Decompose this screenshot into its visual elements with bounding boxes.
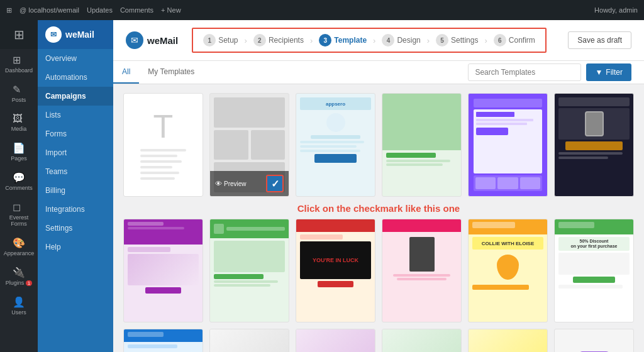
filter-button[interactable]: ▼ Filter xyxy=(586,63,631,81)
wp-nav-comments[interactable]: 💬 Comments xyxy=(0,167,38,196)
sidebar-item-billing[interactable]: Billing xyxy=(38,181,113,200)
template-card-purple-product[interactable] xyxy=(123,219,203,322)
tab-all[interactable]: All xyxy=(113,61,139,84)
appsero-avatar xyxy=(326,113,345,132)
ts-l2 xyxy=(397,278,447,280)
step-3[interactable]: 3 Template xyxy=(319,34,367,47)
save-draft-button[interactable]: Save as draft xyxy=(568,31,631,49)
food-title xyxy=(386,153,436,158)
template-card-r3-4[interactable] xyxy=(382,329,462,352)
pages-icon: 📄 xyxy=(13,142,25,154)
template-card-r3-2[interactable] xyxy=(209,329,289,352)
user-name[interactable]: Howdy, admin xyxy=(594,6,638,14)
rudys-p2 xyxy=(497,177,518,189)
purple-body xyxy=(124,245,203,296)
template-card-fifty[interactable]: 50% Discounton your first purchase xyxy=(554,219,634,322)
template-card-green-update[interactable] xyxy=(209,219,289,322)
grid-block-ml xyxy=(214,130,248,160)
template-card-shop[interactable] xyxy=(554,93,634,197)
sidebar-item-integrations[interactable]: Integrations xyxy=(38,200,113,219)
rl-text: YOU'RE IN LUCK xyxy=(313,257,358,263)
step-6[interactable]: 6 Confirm xyxy=(494,34,535,47)
template-card-tshirt[interactable] xyxy=(382,219,462,322)
gb-l2 xyxy=(214,284,270,287)
template-card-woo[interactable] xyxy=(554,329,634,352)
step-div-3: › xyxy=(373,36,375,45)
sidebar-item-import[interactable]: Import xyxy=(38,143,113,162)
step-2[interactable]: 2 Recipients xyxy=(253,34,304,47)
new-item[interactable]: + New xyxy=(161,6,181,14)
r3-5-bg xyxy=(469,329,547,352)
fd-body: 50% Discounton your first purchase xyxy=(555,234,633,291)
checkmark-icon: ✓ xyxy=(271,178,279,190)
select-checkmark-button[interactable]: ✓ xyxy=(266,175,284,192)
watch-img xyxy=(585,111,604,136)
blank-content: T xyxy=(124,94,203,196)
sidebar-item-lists[interactable]: Lists xyxy=(38,106,113,124)
ts-l1 xyxy=(393,274,450,277)
wp-logo[interactable]: ⊞ xyxy=(6,6,12,14)
search-input[interactable] xyxy=(468,63,581,81)
fd-l1 xyxy=(558,285,623,289)
wp-nav-media[interactable]: 🖼 Media xyxy=(0,108,38,137)
gh-logo xyxy=(214,224,224,234)
sidebar-item-overview[interactable]: Overview xyxy=(38,49,113,68)
wp-nav-appearance[interactable]: 🎨 Appearance xyxy=(0,232,38,261)
template-card-newsletter[interactable]: Newsletter xyxy=(123,329,203,352)
step-div-4: › xyxy=(427,36,430,45)
tab-my-templates[interactable]: My Templates xyxy=(139,61,203,84)
sidebar-item-teams[interactable]: Teams xyxy=(38,162,113,181)
wp-nav-users[interactable]: 👤 Users xyxy=(0,291,38,321)
fd-img xyxy=(558,253,630,275)
users-icon: 👤 xyxy=(13,296,25,308)
wemail-logo: ✉ xyxy=(45,26,62,43)
step-2-label: Recipients xyxy=(269,36,304,45)
wp-nav-plugins[interactable]: 🔌 Plugins 1 xyxy=(0,261,38,291)
top-bar: ⊞ @ localhost/wemail Updates Comments + … xyxy=(0,0,644,20)
updates[interactable]: Updates xyxy=(87,6,113,14)
nl-title xyxy=(128,344,177,348)
step-div-1: › xyxy=(245,36,247,45)
template-card-r3-3[interactable] xyxy=(296,329,375,352)
eye-icon: 👁 xyxy=(215,180,222,187)
rl-body: YOU'RE IN LUCK xyxy=(296,232,375,290)
green-body xyxy=(210,238,289,289)
preview-button[interactable]: 👁 Preview xyxy=(215,180,247,187)
appsero-content: appsero xyxy=(296,94,375,196)
wp-nav-dashboard[interactable]: ⊞ Dashboard xyxy=(0,49,38,79)
sidebar-item-campaigns[interactable]: Campaigns xyxy=(38,87,113,106)
wp-nav-pages[interactable]: 📄 Pages xyxy=(0,137,38,167)
sidebar-item-automations[interactable]: Automations xyxy=(38,68,113,87)
step-4[interactable]: 4 Design xyxy=(382,34,420,47)
sidebar-item-forms[interactable]: Forms xyxy=(38,124,113,143)
sidebar-item-help[interactable]: Help xyxy=(38,238,113,256)
template-card-grid[interactable]: 👁 Preview ✓ xyxy=(209,93,289,197)
template-card-r3-5[interactable] xyxy=(468,329,548,352)
wp-nav-posts[interactable]: ✎ Posts xyxy=(0,79,38,108)
media-icon: 🖼 xyxy=(13,113,25,124)
template-card-collie[interactable]: COLLIE WITH ELOISE xyxy=(468,219,548,322)
ts-img xyxy=(409,237,435,272)
wp-nav-everest[interactable]: ◻ Everest Forms xyxy=(0,196,38,232)
step-1-label: Setup xyxy=(218,36,238,45)
wemail-brand[interactable]: ✉ weMail xyxy=(38,20,113,49)
template-card-appsero[interactable]: appsero xyxy=(296,93,375,197)
template-card-rudys[interactable] xyxy=(468,93,548,197)
site-name[interactable]: @ localhost/wemail xyxy=(19,6,79,14)
step-1[interactable]: 1 Setup xyxy=(203,34,238,47)
template-card-blank[interactable]: T xyxy=(123,93,203,197)
gb-l1 xyxy=(214,280,278,283)
template-card-food[interactable] xyxy=(382,93,462,197)
rudys-p1 xyxy=(475,177,496,189)
blank-line-2 xyxy=(140,155,177,157)
rudys-l1 xyxy=(476,119,533,121)
fd-btn xyxy=(573,277,616,283)
posts-label: Posts xyxy=(12,97,26,103)
gh-text xyxy=(226,227,285,231)
template-card-red-luck[interactable]: YOU'RE IN LUCK xyxy=(296,219,375,322)
step-5[interactable]: 5 Settings xyxy=(436,34,478,47)
sidebar-item-settings[interactable]: Settings xyxy=(38,219,113,238)
blank-line-6 xyxy=(140,177,175,180)
comments[interactable]: Comments xyxy=(120,6,153,14)
blank-line-4 xyxy=(140,166,172,168)
